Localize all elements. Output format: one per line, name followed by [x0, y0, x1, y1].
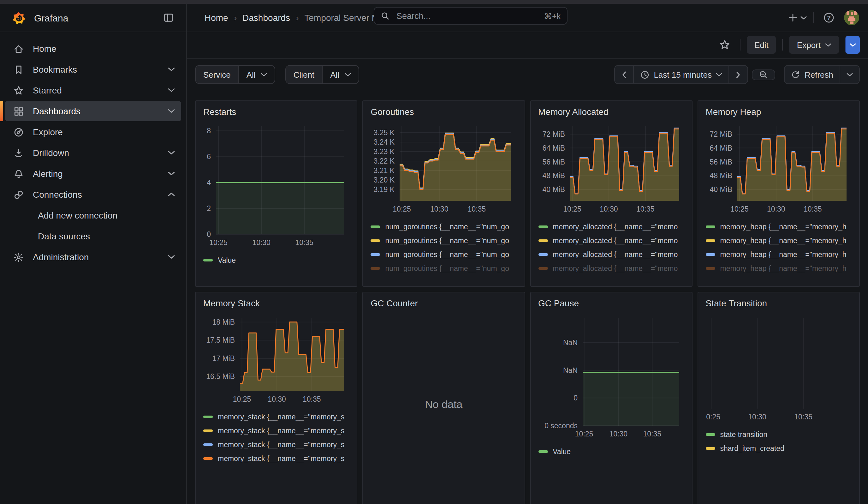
sidebar-item-drilldown[interactable]: Drilldown	[5, 143, 181, 163]
legend-item[interactable]: shard_item_created	[706, 444, 852, 453]
time-shift-back-button[interactable]	[614, 65, 633, 84]
service-variable-select[interactable]: All	[239, 66, 275, 83]
legend-label: shard_item_created	[720, 445, 784, 452]
help-icon[interactable]: ?	[820, 9, 838, 27]
legend-item[interactable]: memory_stack {__name__="memory_s	[203, 440, 349, 449]
client-variable-select[interactable]: All	[323, 66, 358, 83]
chevron-up-icon[interactable]	[168, 192, 175, 197]
panel-title[interactable]: Memory Allocated	[530, 101, 692, 119]
search-box[interactable]: ⌘+k	[374, 7, 568, 25]
time-range-picker[interactable]: Last 15 minutes	[633, 65, 729, 84]
chevron-down-icon[interactable]	[168, 88, 175, 93]
sidebar-item-bookmarks[interactable]: Bookmarks	[5, 59, 181, 80]
star-icon[interactable]	[716, 36, 734, 54]
active-accent-bar	[0, 101, 3, 121]
share-dropdown-button[interactable]	[845, 36, 860, 54]
legend-color-dash	[371, 253, 380, 256]
brand-area: Grafana	[0, 4, 187, 32]
sidebar-item-connections[interactable]: Connections	[5, 184, 181, 205]
panel-title[interactable]: State Transition	[698, 292, 859, 310]
panel-title[interactable]: GC Pause	[530, 292, 692, 310]
add-new-button[interactable]	[788, 13, 807, 23]
chevron-down-icon[interactable]	[168, 109, 175, 114]
sidebar-item-starred[interactable]: Starred	[5, 80, 181, 101]
sidebar-item-home[interactable]: Home	[5, 39, 181, 59]
legend-item[interactable]: num_goroutines {__name__="num_go	[371, 222, 517, 231]
svg-text:NaN: NaN	[563, 339, 577, 347]
refresh-interval-dropdown[interactable]	[840, 65, 860, 84]
legend-item[interactable]: num_goroutines {__name__="num_go	[371, 236, 517, 245]
dashboard-main: Service All Client All	[187, 58, 868, 504]
refresh-label: Refresh	[805, 70, 833, 79]
panel-goroutines: Goroutines 3.25 K3.24 K3.23 K3.22 K3.21 …	[363, 101, 525, 287]
time-shift-forward-button[interactable]	[729, 65, 748, 84]
sidebar-item-administration[interactable]: Administration	[5, 247, 181, 267]
svg-text:3.22 K: 3.22 K	[374, 157, 395, 165]
legend-item[interactable]: memory_heap {__name__="memory_h	[706, 236, 852, 245]
legend-item[interactable]: memory_heap {__name__="memory_h	[706, 264, 852, 273]
panel-title[interactable]: Memory Stack	[196, 292, 357, 310]
sidebar-item-add-new-connection[interactable]: Add new connection	[5, 205, 181, 225]
service-variable-value: All	[247, 70, 256, 79]
zoom-out-button[interactable]	[752, 69, 776, 80]
drilldown-icon	[13, 147, 24, 158]
legend-label: memory_allocated {__name__="memo	[553, 223, 678, 230]
legend-item[interactable]: memory_stack {__name__="memory_s	[203, 412, 349, 421]
avatar[interactable]	[844, 10, 859, 25]
panel-title[interactable]: Goroutines	[363, 101, 525, 119]
panel-title[interactable]: Restarts	[196, 101, 357, 119]
svg-text:48 MiB: 48 MiB	[542, 172, 565, 180]
chevron-right-icon	[736, 71, 742, 78]
sidebar-item-alerting[interactable]: Alerting	[5, 164, 181, 184]
chevron-down-icon[interactable]	[168, 150, 175, 155]
legend-item[interactable]: num_goroutines {__name__="num_go	[371, 250, 517, 259]
refresh-icon	[791, 70, 800, 79]
breadcrumb-dashboards[interactable]: Dashboards	[242, 13, 290, 23]
header-divider	[813, 12, 814, 23]
legend-color-dash	[203, 259, 213, 261]
breadcrumb-home[interactable]: Home	[205, 13, 228, 23]
export-button[interactable]: Export	[789, 36, 839, 54]
edit-button[interactable]: Edit	[747, 36, 776, 54]
legend-item[interactable]: memory_heap {__name__="memory_h	[706, 250, 852, 259]
svg-text:40 MiB: 40 MiB	[542, 185, 565, 194]
svg-text:8: 8	[207, 127, 211, 135]
search-input[interactable]	[395, 10, 544, 21]
goroutines-chart: 3.25 K3.24 K3.23 K3.22 K3.21 K3.20 K3.19…	[371, 121, 517, 217]
sidebar-item-dashboards[interactable]: Dashboards	[5, 101, 181, 121]
client-variable-label: Client	[286, 66, 323, 83]
refresh-button[interactable]: Refresh	[784, 65, 840, 84]
window-top-strip	[0, 0, 868, 4]
sidebar-item-label: Add new connection	[38, 210, 175, 220]
legend-item[interactable]: memory_allocated {__name__="memo	[538, 222, 684, 231]
chevron-down-icon[interactable]	[168, 171, 175, 176]
legend-item[interactable]: num_goroutines {__name__="num_go	[371, 264, 517, 273]
chevron-down-icon	[716, 72, 723, 77]
panel-title[interactable]: GC Counter	[363, 292, 525, 310]
sidebar-item-data-sources[interactable]: Data sources	[5, 226, 181, 246]
legend-label: memory_stack {__name__="memory_s	[218, 455, 344, 462]
sidebar-nav: Home Bookmarks Starred Dashboards Explor…	[0, 32, 187, 504]
legend-label: memory_stack {__name__="memory_s	[218, 441, 344, 449]
legend-item[interactable]: memory_heap {__name__="memory_h	[706, 222, 852, 231]
panel-title[interactable]: Memory Heap	[698, 101, 859, 119]
legend-item[interactable]: memory_allocated {__name__="memo	[538, 236, 684, 245]
time-range-label: Last 15 minutes	[654, 70, 712, 79]
legend-item[interactable]: memory_stack {__name__="memory_s	[203, 454, 349, 463]
svg-text:10:25: 10:25	[563, 205, 581, 213]
legend-item[interactable]: memory_allocated {__name__="memo	[538, 250, 684, 259]
memory-stack-chart: 18 MiB17.5 MiB17 MiB16.5 MiB10:2510:3010…	[203, 313, 349, 407]
chevron-down-icon[interactable]	[168, 67, 175, 72]
legend-item[interactable]: state transition	[706, 430, 852, 439]
plug-icon	[13, 189, 24, 200]
gc-pause-chart: NaNNaN00 seconds10:2510:3010:35	[538, 313, 684, 442]
legend-item[interactable]: memory_allocated {__name__="memo	[538, 264, 684, 273]
legend-label: memory_allocated {__name__="memo	[553, 237, 678, 245]
sidebar-collapse-icon[interactable]	[160, 9, 177, 27]
legend-item[interactable]: memory_stack {__name__="memory_s	[203, 426, 349, 435]
legend: memory_stack {__name__="memory_smemory_s…	[203, 412, 349, 463]
sidebar-item-explore[interactable]: Explore	[5, 122, 181, 142]
chevron-down-icon[interactable]	[168, 255, 175, 260]
legend-item[interactable]: Value	[538, 447, 684, 456]
legend-item[interactable]: Value	[203, 256, 349, 265]
